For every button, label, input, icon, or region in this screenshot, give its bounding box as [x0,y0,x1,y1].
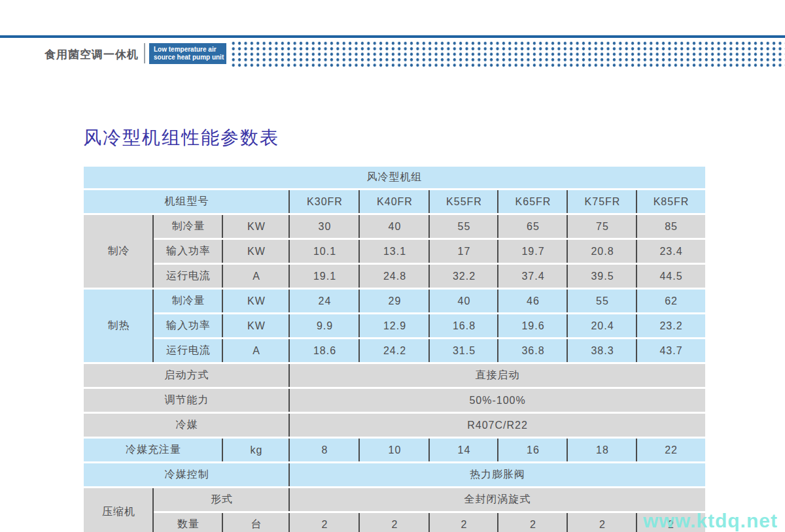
value-cell: 19.6 [498,314,568,339]
column-header-model: K55FR [430,190,498,215]
product-badge: Low temperature air source heat pump uni… [149,43,226,64]
value-cell: 37.4 [498,265,568,290]
header-accent-rule [0,35,785,38]
table-row: 运行电流A18.624.231.536.838.343.7 [84,339,705,364]
value-cell: 24.8 [360,265,430,290]
value-cell: 24 [290,290,360,314]
value-cell: 19.1 [290,265,360,290]
value-cell: 2 [360,513,430,532]
unit-cell: 台 [223,513,290,532]
value-cell: 31.5 [430,339,498,364]
value-cell: 10 [360,439,430,463]
value-cell: 55 [430,215,498,240]
value-cell: 10.1 [290,240,360,265]
column-header-model: K30FR [290,190,360,215]
value-cell: 20.4 [568,314,637,339]
table-row: 制冷制冷量KW304055657585 [84,215,705,240]
row-header: 冷媒 [84,414,290,439]
value-cell: 2 [498,513,568,532]
column-header-model: K40FR [360,190,430,215]
value-cell: 2 [430,513,498,532]
value-cell: 38.3 [568,339,637,364]
performance-spec-table: 风冷型机组机组型号K30FRK40FRK55FRK65FRK75FRK85FR制… [84,167,705,532]
value-cell: 30 [290,215,360,240]
value-cell: 16 [498,439,568,463]
page-title: 风冷型机组性能参数表 [83,125,279,150]
value-cell: 50%-100% [290,389,705,414]
value-cell: 13.1 [360,240,430,265]
row-header: 输入功率 [154,314,223,339]
row-header: 调节能力 [84,389,290,414]
value-cell: 2 [290,513,360,532]
row-header: 形式 [154,488,290,513]
table-row: 风冷型机组 [84,167,705,190]
unit-cell: KW [223,314,290,339]
table-row: 输入功率KW9.912.916.819.620.423.2 [84,314,705,339]
value-cell: 40 [430,290,498,314]
row-header: 数量 [154,513,223,532]
value-cell: 65 [498,215,568,240]
row-header-model: 机组型号 [84,190,290,215]
brand-title: 食用菌空调一休机 [44,46,143,64]
table-row: 冷媒控制热力膨胀阀 [84,463,705,488]
unit-cell: A [223,265,290,290]
catalog-page: 食用菌空调一休机 Low temperature air source heat… [0,0,785,532]
row-header: 运行电流 [154,265,223,290]
dot-pattern-decoration [230,41,785,68]
value-cell: 75 [568,215,637,240]
value-cell: 18.6 [290,339,360,364]
group-header-compressor: 压缩机 [84,488,154,532]
column-header-model: K75FR [568,190,637,215]
table-row: 调节能力50%-100% [84,389,705,414]
group-header-heating: 制热 [84,290,154,364]
value-cell: 36.8 [498,339,568,364]
row-header: 冷媒充注量 [84,439,223,463]
value-cell: 39.5 [568,265,637,290]
row-header: 制冷量 [154,215,223,240]
table-row: 冷媒充注量kg81014161822 [84,439,705,463]
value-cell: 直接启动 [290,364,705,389]
row-header: 制冷量 [154,290,223,314]
column-header-model: K65FR [498,190,568,215]
unit-cell: KW [223,290,290,314]
value-cell: 40 [360,215,430,240]
value-cell: 55 [568,290,637,314]
unit-cell: kg [223,439,290,463]
table-row: 启动方式直接启动 [84,364,705,389]
table-row: 压缩机形式全封闭涡旋式 [84,488,705,513]
value-cell: 20.8 [568,240,637,265]
site-watermark: www.ktdq.net [643,510,778,532]
table-row: 机组型号K30FRK40FRK55FRK65FRK75FRK85FR [84,190,705,215]
value-cell: 32.2 [430,265,498,290]
table-title-cell: 风冷型机组 [84,167,705,190]
value-cell: 62 [637,290,705,314]
value-cell: 16.8 [430,314,498,339]
value-cell: 19.7 [498,240,568,265]
value-cell: 85 [637,215,705,240]
unit-cell: KW [223,215,290,240]
value-cell: 29 [360,290,430,314]
table-row: 输入功率KW10.113.11719.720.823.4 [84,240,705,265]
value-cell: 23.2 [637,314,705,339]
table-row: 数量台222222 [84,513,705,532]
badge-line1: Low temperature air [154,46,226,54]
value-cell: R407C/R22 [290,414,705,439]
row-header: 输入功率 [154,240,223,265]
column-header-model: K85FR [637,190,705,215]
value-cell: 2 [568,513,637,532]
value-cell: 9.9 [290,314,360,339]
row-header: 启动方式 [84,364,290,389]
table-row: 运行电流A19.124.832.237.439.544.5 [84,265,705,290]
badge-line2: source heat pump unit [154,54,226,61]
value-cell: 17 [430,240,498,265]
header-divider [144,43,145,63]
table-row: 制热制冷量KW242940465562 [84,290,705,314]
value-cell: 22 [637,439,705,463]
value-cell: 8 [290,439,360,463]
unit-cell: KW [223,240,290,265]
value-cell: 43.7 [637,339,705,364]
row-header: 运行电流 [154,339,223,364]
value-cell: 46 [498,290,568,314]
value-cell: 热力膨胀阀 [290,463,705,488]
spec-table-container: 风冷型机组机组型号K30FRK40FRK55FRK65FRK75FRK85FR制… [84,167,705,532]
